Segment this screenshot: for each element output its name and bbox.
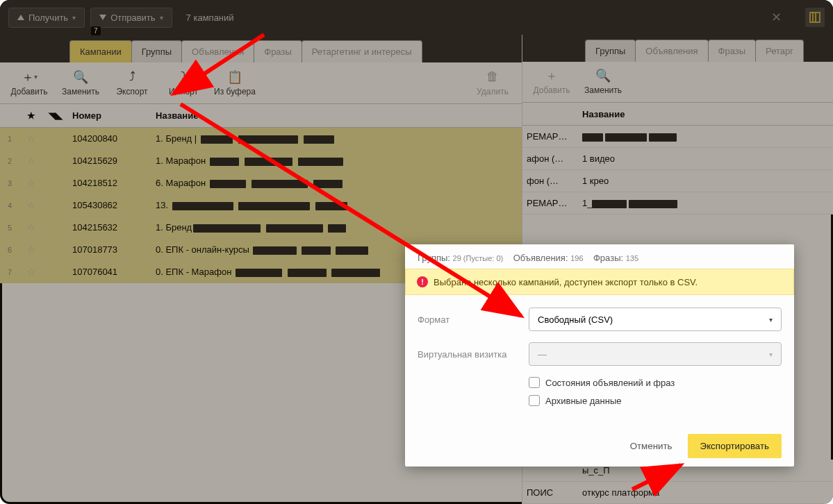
tool-label: Добавить [10,87,47,96]
toolbar-left: ＋▾Добавить🔍Заменить⤴Экспорт⤵Импорт📋Из бу… [0,62,522,104]
tab-groups[interactable]: Группы [131,40,182,62]
tool-Импорт[interactable]: ⤵Импорт [160,70,207,96]
tool-label: Из буфера [214,87,256,96]
tool-Удалить: 🗑Удалить [469,70,516,96]
col-name[interactable]: Название [151,110,522,121]
checkbox-icon [529,395,540,406]
tool-icon: 🔍 [595,69,611,83]
table-row[interactable]: афон (…1 видео [522,148,833,170]
download-icon [17,15,24,20]
col-sent[interactable]: ◥◣ [43,110,68,121]
tool-icon: 📋 [227,70,242,84]
tool-icon: ⤵ [181,70,187,84]
chevron-down-icon: ▾ [160,14,163,22]
tool-label: Удалить [477,87,509,96]
vcard-select[interactable]: — ▾ [529,342,782,366]
cancel-button[interactable]: Отменить [620,435,682,457]
tool-Экспорт[interactable]: ⤴Экспорт [108,70,156,96]
table-row[interactable]: 5☆1042156321. Бренд [0,217,522,239]
rows-right: РЕМАР…афон (…1 видеофон (…1 креоРЕМАР…1_ [522,126,833,215]
checkbox-icon [529,377,540,388]
grid-header-left: ★ ◥◣ Номер Название [0,104,522,128]
tool-label: Добавить [533,85,570,95]
table-row[interactable]: фон (…1 крео [522,170,833,192]
get-label: Получить [28,12,68,23]
tabs-right: Группы Объявления Фразы Ретарг [522,35,833,62]
tab-ads[interactable]: Объявления [181,40,254,62]
app-window: Получить ▾ Отправить ▾ 7 кампаний ✕ 7 Ка… [0,0,833,504]
table-row[interactable]: 4☆10543086213. [0,194,522,217]
tab-campaigns[interactable]: Кампании [69,40,132,62]
col-name-r[interactable]: Название [578,109,833,119]
export-warning: ! Выбрано несколько кампаний, доступен э… [405,269,794,295]
campaign-count: 7 кампаний [178,8,242,27]
chevron-down-icon: ▾ [769,351,773,358]
table-row[interactable]: РЕМАР…1_ [522,192,833,215]
export-dialog: Группы: 29 (Пустые: 0) Объявления: 196 Ф… [405,244,794,467]
tool-Заменить[interactable]: 🔍Заменить [57,70,104,96]
checkbox-states[interactable]: Состояния объявлений и фраз [529,377,782,388]
col-number[interactable]: Номер [68,110,151,121]
svg-rect-0 [810,12,820,22]
tool-Добавить: ＋Добавить [528,69,575,95]
tool-icon: ＋▾ [22,70,38,84]
table-row[interactable]: 1☆1042008401. Бренд | [0,128,522,150]
tool-label: Заменить [62,87,99,96]
format-label: Формат [418,314,529,325]
tool-label: Заменить [584,85,622,95]
tool-icon: ⤴ [129,70,135,84]
tool-label: Экспорт [116,87,147,96]
tool-icon: 🗑 [486,70,499,84]
tabs-left: 7 Кампании Группы Объявления Фразы Ретар… [0,35,522,62]
tool-Из буфера[interactable]: 📋Из буфера [211,70,258,96]
table-row[interactable]: ПОИСоткурс платформа [522,482,833,504]
warning-icon: ! [417,276,428,287]
tool-Заменить[interactable]: 🔍Заменить [579,69,627,95]
send-button[interactable]: Отправить ▾ [90,8,172,28]
tab-badge: 7 [91,26,101,35]
tab-ads-r[interactable]: Объявления [635,40,708,62]
columns-icon[interactable] [805,8,825,27]
table-row[interactable]: 2☆1042156291. Марафон [0,150,522,172]
tab-retarg[interactable]: Ретаргетинг и интересы [302,40,422,62]
format-select[interactable]: Свободный (CSV) ▾ [529,308,782,331]
upload-icon [99,15,106,20]
warning-text: Выбрано несколько кампаний, доступен экс… [434,277,698,287]
tool-icon: ＋ [545,69,558,83]
topbar: Получить ▾ Отправить ▾ 7 кампаний ✕ [0,0,833,35]
tab-phrases[interactable]: Фразы [254,40,302,62]
tool-Добавить[interactable]: ＋▾Добавить [6,70,53,96]
col-star[interactable]: ★ [19,110,43,121]
tab-retarg-r[interactable]: Ретарг [755,40,804,62]
tab-groups-r[interactable]: Группы [585,40,636,62]
vcard-label: Виртуальная визитка [418,349,529,360]
format-value: Свободный (CSV) [538,314,613,325]
toolbar-right: ＋Добавить🔍Заменить [522,62,833,103]
tool-label: Импорт [169,87,198,96]
tool-icon: 🔍 [73,70,88,84]
table-row[interactable]: 3☆1042185126. Марафон [0,172,522,194]
grid-header-right: Название [522,103,833,126]
table-row[interactable]: РЕМАР… [522,126,833,148]
export-stats: Группы: 29 (Пустые: 0) Объявления: 196 Ф… [405,244,794,269]
get-button[interactable]: Получить ▾ [8,8,85,28]
tab-phrases-r[interactable]: Фразы [708,40,757,62]
send-label: Отправить [110,12,155,23]
close-icon[interactable]: ✕ [766,8,786,27]
vcard-value: — [538,349,547,360]
chevron-down-icon: ▾ [72,14,76,22]
export-button[interactable]: Экспортировать [688,434,782,458]
checkbox-archive[interactable]: Архивные данные [529,395,782,406]
chevron-down-icon: ▾ [769,316,773,324]
